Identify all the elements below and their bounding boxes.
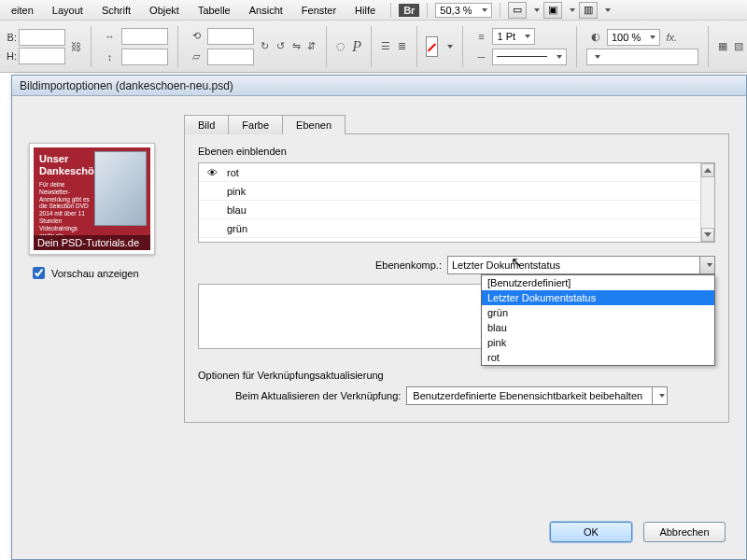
arrange-icon[interactable]: ▥ [579,2,598,19]
separator [177,26,178,67]
menu-fenster[interactable]: Fenster [294,3,344,18]
dialog-buttons: OK Abbrechen [550,522,726,542]
align-icon[interactable]: ☰ [381,37,391,56]
zoom-field[interactable]: 50,3 % [435,3,491,18]
show-preview-input[interactable] [33,267,45,279]
rotate-icon: ⟲ [187,27,205,46]
menu-objekt[interactable]: Objekt [142,3,187,18]
eye-icon[interactable]: 👁 [204,167,219,178]
menu-eiten[interactable]: eiten [4,3,41,18]
chevron-down-icon[interactable] [605,8,611,12]
thumb-graphic [94,151,147,226]
link-icon[interactable]: ⛓ [71,37,81,56]
scale-x-icon: ↔ [101,27,120,46]
comp-option[interactable]: blau [482,320,714,335]
tab-ebenen[interactable]: Ebenen [282,115,345,134]
opacity-field[interactable]: 100 % [607,29,660,46]
screen-mode-icon[interactable]: ▣ [543,2,562,19]
stroke-style-field[interactable] [492,49,567,65]
combo-button[interactable] [652,387,667,404]
menubar: eiten Layout Schrift Objekt Tabelle Ansi… [0,0,747,21]
comp-option[interactable]: [Benutzerdefiniert] [482,275,714,290]
fill-none-icon[interactable] [426,36,438,57]
layer-comp-combo[interactable]: Letzter Dokumentstatus [447,256,715,274]
flip-v-icon[interactable]: ⇵ [306,37,317,56]
scrollbar[interactable] [700,163,714,242]
view-mode-icon[interactable]: ▭ [508,2,527,19]
layer-row: grün [199,219,714,238]
text-wrap-2-icon[interactable]: ▧ [733,37,743,56]
chevron-down-icon [557,55,562,59]
menu-ansicht[interactable]: Ansicht [242,3,290,18]
bridge-button[interactable]: Br [399,4,419,17]
link-update-section-label: Optionen für Verknüpfungsaktualisierung [198,370,715,381]
shear-icon: ▱ [187,48,205,66]
layer-row: pink [199,182,714,201]
link-update-combo[interactable]: Benutzerdefinierte Ebenensichtbarkeit be… [406,386,668,405]
chevron-down-icon[interactable] [534,8,540,12]
stroke-style-icon: ─ [472,48,490,66]
separator [390,3,391,18]
layer-comp-label: Ebenenkomp.: [375,259,442,271]
layer-name: pink [227,186,246,197]
menu-layout[interactable]: Layout [45,3,91,18]
control-bar: B: H: ⛓ ↔ ↕ ⟲ ▱ ↻ ↺ ⇋ ⇵ ◌ P ☰ ≣ ≡ 1 Pt ─… [0,21,747,73]
chevron-down-icon[interactable] [570,8,575,12]
separator [91,26,92,67]
thumb-strip1: Dein PSD-Tutorials.de Team [37,237,139,250]
separator [371,26,372,67]
zoom-value: 50,3 % [440,5,472,16]
path-icon[interactable]: P [352,37,362,56]
ok-button[interactable]: OK [550,522,632,542]
chevron-down-icon[interactable] [447,45,453,49]
separator [500,3,500,18]
chevron-down-icon [595,55,600,59]
layer-name: rot [227,167,239,178]
stroke-weight-field[interactable]: 1 Pt [492,28,535,45]
chevron-down-icon [707,263,712,267]
tab-bild[interactable]: Bild [184,115,229,134]
preview-column: UnserDankeschön Für deine Newsletter-Anm… [29,143,169,282]
height-input[interactable] [19,48,65,64]
scale-y-icon: ↕ [101,48,120,66]
width-input[interactable] [19,29,65,46]
cancel-button[interactable]: Abbrechen [643,522,726,542]
layer-comp-row: Ebenenkomp.: Letzter Dokumentstatus ↖ [B… [198,256,715,274]
rotate-input[interactable] [207,28,254,45]
menu-hilfe[interactable]: Hilfe [347,3,383,18]
layers-list[interactable]: 👁rot pink blau grün [198,162,715,243]
scale-y-input[interactable] [121,49,168,65]
layer-comp-value: Letzter Dokumentstatus [452,259,560,271]
layers-section-label: Ebenen einblenden [198,146,715,157]
comp-option[interactable]: pink [482,335,714,350]
layer-comp-dropdown[interactable]: [Benutzerdefiniert] Letzter Dokumentstat… [481,274,715,366]
rotate-ccw-icon[interactable]: ↺ [275,37,286,56]
comp-option[interactable]: Letzter Dokumentstatus [482,290,714,305]
scale-x-input[interactable] [121,28,168,45]
distribute-icon[interactable]: ≣ [397,37,407,56]
layer-name: grün [227,223,247,234]
blend-mode-field[interactable] [586,49,698,65]
thumb-heading2: Dankeschön [39,165,100,176]
tab-farbe[interactable]: Farbe [228,115,283,134]
shear-input[interactable] [207,49,254,65]
text-wrap-icon[interactable]: ▦ [718,37,728,56]
separator [576,26,577,67]
scroll-down-button[interactable] [701,228,714,242]
scroll-up-button[interactable] [701,163,714,177]
corner-options-icon[interactable]: ◌ [336,37,346,56]
link-update-group: Optionen für Verknüpfungsaktualisierung … [198,370,715,405]
separator [427,3,428,18]
combo-button[interactable] [699,257,714,273]
thumb-heading1: Unser [39,153,68,164]
comp-option[interactable]: rot [482,350,714,365]
fx-button[interactable]: fx. [662,28,681,47]
comp-option[interactable]: grün [482,305,714,320]
flip-h-icon[interactable]: ⇋ [291,37,302,56]
layer-row: blau [199,201,714,219]
menu-schrift[interactable]: Schrift [94,3,138,18]
menu-tabelle[interactable]: Tabelle [190,3,238,18]
show-preview-checkbox[interactable]: Vorschau anzeigen [29,264,169,282]
rotate-cw-icon[interactable]: ↻ [260,37,270,56]
chevron-down-icon [659,394,665,398]
